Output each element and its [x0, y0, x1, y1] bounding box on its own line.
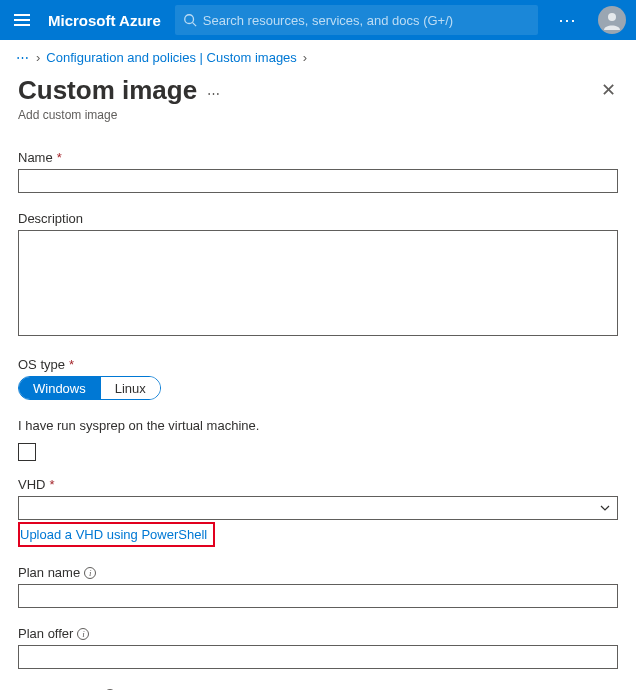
os-type-label: OS type — [18, 357, 65, 372]
breadcrumb-ellipsis[interactable]: ⋯ — [16, 50, 30, 65]
info-icon[interactable]: i — [77, 628, 89, 640]
plan-name-label: Plan name — [18, 565, 80, 580]
plan-offer-label: Plan offer — [18, 626, 73, 641]
search-input[interactable] — [203, 13, 530, 28]
chevron-right-icon: › — [303, 50, 307, 65]
os-windows-button[interactable]: Windows — [19, 377, 100, 399]
svg-line-1 — [192, 23, 196, 27]
upload-vhd-highlight: Upload a VHD using PowerShell — [18, 522, 215, 547]
brand-label: Microsoft Azure — [48, 12, 161, 29]
search-icon — [183, 13, 197, 27]
page-content: Custom image ⋯ ✕ Add custom image Name *… — [0, 75, 636, 690]
search-box[interactable] — [175, 5, 538, 35]
svg-point-0 — [185, 15, 194, 24]
menu-icon[interactable] — [10, 10, 34, 30]
chevron-down-icon — [599, 502, 611, 514]
required-indicator: * — [57, 150, 62, 165]
sysprep-checkbox[interactable] — [18, 443, 36, 461]
close-icon[interactable]: ✕ — [601, 79, 616, 101]
title-more-icon[interactable]: ⋯ — [207, 86, 220, 101]
required-indicator: * — [69, 357, 74, 372]
page-subtitle: Add custom image — [18, 108, 618, 122]
description-field[interactable] — [18, 230, 618, 336]
breadcrumb: ⋯ › Configuration and policies | Custom … — [0, 40, 636, 75]
sysprep-label: I have run sysprep on the virtual machin… — [18, 418, 259, 433]
azure-topbar: Microsoft Azure ⋯ — [0, 0, 636, 40]
vhd-label: VHD — [18, 477, 45, 492]
os-linux-button[interactable]: Linux — [101, 377, 160, 399]
plan-name-field[interactable] — [18, 584, 618, 608]
more-icon[interactable]: ⋯ — [552, 9, 584, 31]
info-icon[interactable]: i — [84, 567, 96, 579]
breadcrumb-link[interactable]: Configuration and policies | Custom imag… — [46, 50, 297, 65]
chevron-right-icon: › — [36, 50, 40, 65]
svg-point-2 — [608, 13, 616, 21]
plan-offer-field[interactable] — [18, 645, 618, 669]
required-indicator: * — [49, 477, 54, 492]
os-type-segmented: Windows Linux — [18, 376, 161, 400]
page-title: Custom image — [18, 75, 197, 106]
name-label: Name — [18, 150, 53, 165]
vhd-select[interactable] — [18, 496, 618, 520]
user-icon — [602, 10, 622, 30]
name-field[interactable] — [18, 169, 618, 193]
description-label: Description — [18, 211, 83, 226]
upload-vhd-link[interactable]: Upload a VHD using PowerShell — [20, 527, 207, 542]
avatar[interactable] — [598, 6, 626, 34]
